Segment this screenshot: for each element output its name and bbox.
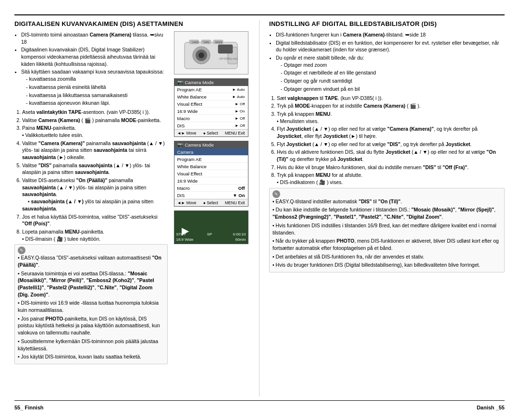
left-note-6: • Jos käytät DIS-toimintoa, kuvan laatu … xyxy=(18,353,164,360)
svg-text:(VP-D385(i) only): (VP-D385(i) only) xyxy=(219,57,238,60)
menu-arrow-1-1: ► Auto xyxy=(232,87,245,92)
left-bullet-2: Digitaalinen kuvanvakain (DIS, Digital I… xyxy=(21,46,168,67)
left-steps: Aseta valintakytkin TAPE-asentoon. (vain… xyxy=(14,109,168,242)
menu-item-2-1: Program AE xyxy=(174,156,248,163)
menu-arrow-1-6: ► Off xyxy=(235,124,245,128)
vf-min: 60min xyxy=(235,237,246,242)
right-sub-4: Optager gennem vinduet på en bil xyxy=(281,86,505,93)
menu-footer-move-2: ◄► Move xyxy=(177,200,197,205)
columns: DIGITAALISEN KUVANVAKAIMEN (DIS) ASETTAM… xyxy=(14,20,505,396)
vf-sp: SP xyxy=(207,232,212,236)
left-column: DIGITAALISEN KUVANVAKAIMEN (DIS) ASETTAM… xyxy=(14,20,260,396)
camera-diagram: CARD TAPE MODE (VP-D385(i) only) xyxy=(174,31,248,74)
right-bullet-1: DIS-funktionen fungerer kun i Camera (Ka… xyxy=(276,31,505,38)
right-sub-2: Optager et nærbillede af en lille gensta… xyxy=(281,69,505,76)
left-sub-2: kuvattaessa pieniä esineitä läheltä xyxy=(26,84,168,91)
menu-label-1-5: Macro xyxy=(177,116,190,121)
menu-label-2-3: Visual Effect xyxy=(177,171,202,176)
right-step-8: Tryk på knappen MENU for at afslutte.• D… xyxy=(277,172,505,185)
vf-status-2: 16:9 Wide 60min xyxy=(176,237,246,242)
svg-text:TAPE: TAPE xyxy=(203,41,210,44)
right-text: DIS-funktionen fungerer kun i Camera (Ka… xyxy=(269,31,505,272)
right-step-2: Tryk på MODE-knappen for at indstille Ca… xyxy=(277,102,505,110)
menu-cam-label: Camera xyxy=(177,149,194,155)
footer-left: 55_ Finnish xyxy=(14,405,44,410)
menu-item-1-5: Macro ► Off xyxy=(174,115,248,122)
right-step-7: Hvis du ikke vil bruge Makro-funktionen,… xyxy=(277,164,505,171)
right-note-2: • Du kan ikke indstille de følgende funk… xyxy=(272,206,501,220)
right-step-3: Tryk på knappen MENU.• Menulisten vises. xyxy=(277,111,505,124)
left-images: CARD TAPE MODE (VP-D385(i) only) 📷 xyxy=(173,31,249,366)
right-note-box: ✎ • EASY.Q-tilstand indstiller automatis… xyxy=(269,188,505,272)
footer: 55_ Finnish Danish _55 xyxy=(14,400,505,410)
vf-text-row2: 16:9 Wide 60min xyxy=(176,237,246,242)
right-note-4: • Når du trykker på knappen PHOTO, mens … xyxy=(272,237,501,251)
top-divider xyxy=(14,14,505,15)
left-note-3: • DIS-toiminto voi 16:9 wide -tilassa tu… xyxy=(18,299,164,313)
menu-arrow-1-3: ► Off xyxy=(235,102,245,106)
page: DIGITAALISEN KUVANVAKAIMEN (DIS) ASETTAM… xyxy=(0,0,519,420)
left-note-2: • Seuraavia toimintoja ei voi asettaa DI… xyxy=(18,270,164,298)
right-sub-bullets: Optager med zoom Optager et nærbillede a… xyxy=(276,62,505,93)
left-text: DIS-toiminto toimii ainoastaan Camera (K… xyxy=(14,31,168,366)
note-icon-right: ✎ xyxy=(272,190,280,198)
right-step-6: Hvis du vil aktivere funktionen DIS, ska… xyxy=(277,148,505,162)
left-note-4: • Jos painat PHOTO-painiketta, kun DIS o… xyxy=(18,315,164,336)
menu-footer-2: ◄► Move ● Select MENU Exit xyxy=(174,199,248,206)
svg-text:CARD: CARD xyxy=(192,41,199,44)
left-note-5: • Suosittelemme kytkemään DIS-toiminnon … xyxy=(18,338,164,352)
right-bullet-2: Digital billedstabilisator (DIS) er en f… xyxy=(276,39,505,53)
menu-item-2-2: White Balance xyxy=(174,163,248,170)
menu-label-1-4: 16:9 Wide xyxy=(177,109,198,114)
left-content-area: DIS-toiminto toimii ainoastaan Camera (K… xyxy=(14,31,249,366)
menu-label-1-1: Program AE xyxy=(177,87,202,92)
menu-item-2-4: 16:9 Wide xyxy=(174,177,248,185)
menu-box-2: 📷 Camera Mode Camera Program AE White Ba… xyxy=(174,141,248,207)
right-note-6: • Hvis du bruger funktionen DIS (Digital… xyxy=(272,261,501,269)
menu-arrow-1-4: ► On xyxy=(235,109,245,113)
right-steps: Sæt valgknappen til TAPE. (kun VP-D385( … xyxy=(269,95,505,186)
footer-right: Danish _55 xyxy=(477,405,505,410)
menu-title-1: Camera Mode xyxy=(185,80,214,85)
left-step-6: Valitse DIS-asetukseksi "On (Päällä)" pa… xyxy=(22,177,168,212)
menu-box-1: 📷 Camera Mode Program AE ► Auto White Ba… xyxy=(174,78,248,137)
right-note-1: • EASY.Q-tilstand indstiller automatisk … xyxy=(272,198,501,205)
menu-title-2: Camera Mode xyxy=(185,142,214,148)
right-title: INDSTILLING AF DIGITAL BILLEDSTABILISATO… xyxy=(269,20,505,27)
menu-item-2-5: Macro Off xyxy=(174,185,248,192)
left-step-4: Valitse "Camera (Kamera)" painamalla sau… xyxy=(22,140,168,161)
left-step-2: Valitse Camera (Kamera) ( 🎬 ) painamalla… xyxy=(22,117,168,124)
menu-item-1-4: 16:9 Wide ► On xyxy=(174,108,248,115)
menu-label-2-4: 16:9 Wide xyxy=(177,178,198,184)
left-bullet-3: Sitä käyttäen saadaan vakaampi kuva seur… xyxy=(21,68,168,106)
left-step-7: Jos et halua käyttää DIS-toimintoa, vali… xyxy=(22,213,168,227)
menu-footer-move-1: ◄► Move xyxy=(177,131,197,136)
left-sub-1: kuvattaessa zoomilla xyxy=(26,75,168,83)
left-step-6-note: • sauvaohjainta (▲ / ▼) ylös tai alaspäi… xyxy=(22,198,153,211)
menu-footer-menu-1: MENU Exit xyxy=(225,131,245,136)
svg-text:MODE: MODE xyxy=(215,41,223,44)
menu-label-2-1: Program AE xyxy=(177,157,202,162)
menu-val-2-5: Off xyxy=(238,185,245,191)
menu-item-1-6: DIS ► Off xyxy=(174,122,248,129)
menu-label-2-2: White Balance xyxy=(177,164,207,169)
left-bullets: DIS-toiminto toimii ainoastaan Camera (K… xyxy=(14,31,168,107)
menu-arrow-1-2: ► Auto xyxy=(232,95,245,99)
menu-header-2: 📷 Camera Mode xyxy=(174,141,248,148)
menu-label-2-6: DIS xyxy=(177,193,185,198)
left-bullet-1: DIS-toiminto toimii ainoastaan Camera (K… xyxy=(21,31,168,45)
right-note-3: • Hvis funktionen DIS indstilles i tilst… xyxy=(272,222,501,236)
svg-rect-11 xyxy=(218,45,233,53)
menu-label-1-6: DIS xyxy=(177,123,185,128)
svg-point-3 xyxy=(198,52,204,58)
right-step-4: Flyt Joysticket (▲ / ▼) op eller ned for… xyxy=(277,125,505,139)
left-step-3: Paina MENU-painiketta.• Valikkotuettelo … xyxy=(22,124,168,138)
left-sub-3: kuvattaessa ja liikkuttaessa samanaikais… xyxy=(26,92,168,99)
menu-item-2-3: Visual Effect xyxy=(174,170,248,177)
menu-arrow-1-5: ► Off xyxy=(235,116,245,121)
cam-icon-2: 📷 xyxy=(177,142,183,148)
right-sub-3: Optager og går rundt samtidigt xyxy=(281,77,505,85)
vf-arrow: ▶ xyxy=(182,225,189,236)
right-step-1: Sæt valgknappen til TAPE. (kun VP-D385( … xyxy=(277,95,505,102)
left-step-1: Aseta valintakytkin TAPE-asentoon. (vain… xyxy=(22,109,168,116)
